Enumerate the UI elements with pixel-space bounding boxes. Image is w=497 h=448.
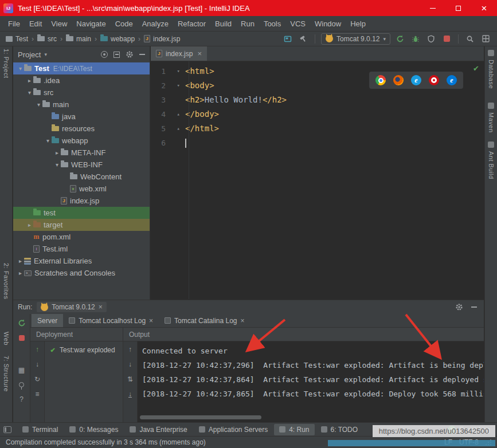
toolwindow-stripe-ant-build[interactable]: Ant Build <box>485 142 497 179</box>
tree-expand-arrow[interactable]: ▸ <box>26 222 33 228</box>
tree-item-webapp[interactable]: ▾webapp <box>13 135 150 147</box>
tree-item-external-libraries[interactable]: ▸External Libraries <box>13 255 150 267</box>
help-icon[interactable]: ? <box>17 395 26 404</box>
build-hammer-icon[interactable] <box>298 33 309 45</box>
tree-item-index-jsp[interactable]: index.jsp <box>13 195 150 207</box>
code-text[interactable]: <h2>Hello World!</h2> <box>185 93 287 107</box>
tree-expand-arrow[interactable]: ▸ <box>26 77 33 84</box>
edge-browser-icon[interactable]: e <box>447 75 457 85</box>
menu-navigate[interactable]: Navigate <box>72 18 110 30</box>
toolwindow-stripe-project[interactable]: 1: Project <box>0 49 12 78</box>
toolwindow-stripe-web[interactable]: Web <box>0 332 12 345</box>
fold-marker[interactable]: ▾ <box>166 64 185 78</box>
toolwindow-stripe-database[interactable]: Database <box>485 50 497 89</box>
code-text[interactable]: <body> <box>185 78 214 93</box>
console-output[interactable]: Connected to server[2018-12-27 10:42:37,… <box>138 341 484 422</box>
layout-icon[interactable]: ▦ <box>17 366 26 375</box>
gear-icon[interactable] <box>126 50 134 58</box>
locate-file-icon[interactable] <box>101 51 108 58</box>
session-close-icon[interactable]: × <box>99 303 103 311</box>
code-text[interactable]: </body> <box>185 107 219 121</box>
breadcrumb-item-main[interactable]: main <box>66 35 91 43</box>
project-panel-title[interactable]: Project <box>18 50 41 59</box>
breadcrumb-item-webapp[interactable]: webapp <box>100 35 135 43</box>
arrow-up-icon[interactable]: ↑ <box>126 345 135 354</box>
run-tab-tomcat-catalina-log[interactable]: Tomcat Catalina Log× <box>159 314 250 327</box>
toolwindow-button-terminal[interactable]: Terminal <box>17 424 63 435</box>
tree-expand-arrow[interactable]: ▾ <box>53 162 61 168</box>
chevron-down-icon[interactable]: ▾ <box>44 52 47 57</box>
chrome-browser-icon[interactable] <box>375 75 386 85</box>
code-text[interactable]: <html> <box>185 64 214 78</box>
soft-wrap-icon[interactable]: ⇅ <box>126 375 135 384</box>
menu-tools[interactable]: Tools <box>259 18 285 30</box>
fold-marker[interactable]: ▴ <box>166 107 185 121</box>
collapse-all-icon[interactable] <box>114 52 120 58</box>
breadcrumb-item-src[interactable]: src <box>37 35 57 43</box>
close-button[interactable]: × <box>471 0 497 16</box>
arrow-down-icon[interactable]: ↓ <box>126 360 135 369</box>
rerun-icon[interactable] <box>17 319 26 328</box>
tree-item-main[interactable]: ▾main <box>13 99 150 111</box>
toolwindow-stripe-maven[interactable]: Maven <box>485 103 497 133</box>
tree-item-test[interactable]: ▾TestE:\IDEA\Test <box>13 62 150 74</box>
debug-button[interactable] <box>410 33 421 45</box>
toolwindow-button-java-enterprise[interactable]: Java Enterprise <box>124 424 192 435</box>
list-icon[interactable]: ≡ <box>33 390 42 399</box>
run-tab-server[interactable]: Server <box>32 314 63 327</box>
search-everywhere-button[interactable] <box>464 33 476 45</box>
tree-item-webcontent[interactable]: WebContent <box>13 171 150 183</box>
tree-expand-arrow[interactable]: ▸ <box>17 270 24 276</box>
toolwindow-stripe-favorites[interactable]: 2: Favorites <box>0 263 12 299</box>
menu-build[interactable]: Build <box>210 18 236 30</box>
gear-icon[interactable] <box>455 303 463 311</box>
code-text[interactable] <box>185 136 186 150</box>
preview-frame-icon[interactable] <box>282 33 293 45</box>
scroll-end-icon[interactable]: ↓ <box>126 390 135 399</box>
toolwindow-button-run[interactable]: 4: Run <box>274 424 314 435</box>
layout-grid-icon[interactable] <box>480 33 491 45</box>
menu-run[interactable]: Run <box>236 18 259 30</box>
fold-marker[interactable]: ▴ <box>166 121 185 136</box>
stop-button[interactable] <box>441 33 452 45</box>
tree-item-meta-inf[interactable]: ▸META-INF <box>13 147 150 159</box>
fold-marker[interactable]: ▾ <box>166 78 185 93</box>
tree-item-idea[interactable]: ▸.idea <box>13 74 150 87</box>
run-tab-tomcat-localhost-log[interactable]: Tomcat Localhost Log× <box>63 314 159 327</box>
breadcrumb-item-test[interactable]: Test <box>6 35 28 43</box>
stop-icon[interactable] <box>19 335 25 341</box>
tree-item-pom-xml[interactable]: pom.xml <box>13 231 150 243</box>
tab-close-icon[interactable]: × <box>149 317 153 325</box>
tree-item-web-inf[interactable]: ▾WEB-INF <box>13 159 150 171</box>
firefox-browser-icon[interactable] <box>393 75 404 85</box>
refresh-icon[interactable]: ↻ <box>33 375 42 384</box>
hide-panel-icon[interactable] <box>139 54 145 55</box>
hide-panel-icon[interactable] <box>471 306 477 308</box>
tree-item-scratches-and-consoles[interactable]: ▸Scratches and Consoles <box>13 267 150 279</box>
run-session-tab[interactable]: Tomcat 9.0.12 × <box>37 302 106 312</box>
menu-edit[interactable]: Edit <box>25 18 46 30</box>
pin-icon[interactable] <box>19 382 24 387</box>
deploy-icon[interactable]: ↑ <box>33 345 42 354</box>
run-configuration-select[interactable]: Tomcat 9.0.12 ▾ <box>321 33 390 45</box>
tree-expand-arrow[interactable]: ▸ <box>53 150 61 156</box>
tree-expand-arrow[interactable]: ▾ <box>44 137 52 144</box>
rerun-button[interactable] <box>394 33 406 45</box>
tree-expand-arrow[interactable]: ▸ <box>17 258 24 264</box>
menu-refactor[interactable]: Refactor <box>173 18 210 30</box>
breadcrumb-item-index-jsp[interactable]: index.jsp <box>144 35 180 43</box>
menu-help[interactable]: Help <box>346 18 370 30</box>
tree-expand-arrow[interactable]: ▾ <box>26 89 33 96</box>
menu-vcs[interactable]: VCS <box>285 18 310 30</box>
menu-code[interactable]: Code <box>111 18 138 30</box>
tree-item-java[interactable]: java <box>13 111 150 123</box>
menu-view[interactable]: View <box>46 18 72 30</box>
maximize-button[interactable] <box>445 0 471 16</box>
minimize-button[interactable] <box>420 0 445 16</box>
tree-expand-arrow[interactable]: ▾ <box>35 101 42 108</box>
deployment-item-test-war-exploded[interactable]: Test:war exploded <box>45 344 123 356</box>
tree-expand-arrow[interactable]: ▾ <box>17 65 24 72</box>
tree-item-src[interactable]: ▾src <box>13 87 150 99</box>
editor-tab-index-jsp[interactable]: index.jsp × <box>151 46 207 61</box>
menu-window[interactable]: Window <box>310 18 346 30</box>
